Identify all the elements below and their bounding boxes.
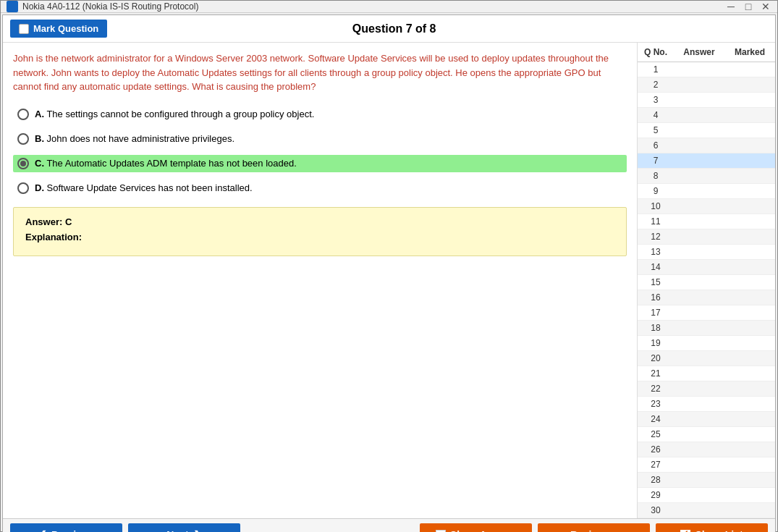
answer-text: Answer: C xyxy=(25,216,614,227)
next-label: Next xyxy=(166,529,188,532)
mark-question-button[interactable]: Mark Question xyxy=(10,20,107,38)
qlist-cell-marked xyxy=(724,290,775,305)
explanation-text: Explanation: xyxy=(25,232,614,242)
qlist-cell-qno: 12 xyxy=(638,229,674,244)
qlist-row[interactable]: 21 xyxy=(638,366,775,381)
qlist-cell-qno: 28 xyxy=(638,473,674,487)
qlist-row[interactable]: 26 xyxy=(638,442,775,457)
qlist-cell-answer xyxy=(674,397,724,411)
option-b[interactable]: B. John does not have administrative pri… xyxy=(13,130,627,148)
qlist-cell-answer xyxy=(674,184,724,198)
qlist-cell-qno: 21 xyxy=(638,366,674,381)
qlist-body: 1 2 3 4 5 6 7 8 xyxy=(638,62,775,518)
qlist-row[interactable]: 20 xyxy=(638,351,775,366)
qlist-cell-qno: 24 xyxy=(638,412,674,426)
qlist-row[interactable]: 9 xyxy=(638,184,775,199)
qlist-row[interactable]: 2 xyxy=(638,77,775,93)
qlist-row[interactable]: 27 xyxy=(638,457,775,473)
qlist-row[interactable]: 16 xyxy=(638,290,775,305)
qlist-cell-qno: 16 xyxy=(638,290,674,305)
qlist-row[interactable]: 12 xyxy=(638,229,775,245)
qlist-cell-answer xyxy=(674,305,724,320)
qlist-cell-answer xyxy=(674,488,724,502)
qlist-cell-marked xyxy=(724,427,775,442)
title-bar: Nokia 4A0-112 (Nokia IS-IS Routing Proto… xyxy=(1,1,777,13)
question-list-panel: Q No. Answer Marked 1 2 3 4 5 xyxy=(638,43,775,518)
minimize-button[interactable]: ─ xyxy=(725,1,737,12)
option-c[interactable]: C. The Automatic Updates ADM template ha… xyxy=(13,155,627,172)
qlist-cell-marked xyxy=(724,138,775,153)
previous-label: Previous xyxy=(51,529,94,532)
qlist-cell-marked xyxy=(724,412,775,426)
window-frame: Nokia 4A0-112 (Nokia IS-IS Routing Proto… xyxy=(0,0,778,532)
qlist-row[interactable]: 3 xyxy=(638,93,775,108)
qlist-row[interactable]: 19 xyxy=(638,336,775,351)
question-text: John is the network administrator for a … xyxy=(13,51,627,94)
qlist-row[interactable]: 23 xyxy=(638,397,775,412)
previous-button[interactable]: Previous xyxy=(10,523,122,532)
qlist-cell-answer xyxy=(674,351,724,366)
qlist-row[interactable]: 6 xyxy=(638,138,775,153)
qlist-cell-answer xyxy=(674,169,724,183)
qlist-cell-answer xyxy=(674,153,724,168)
bottom-bar: Previous Next Show Answer Review ▼ xyxy=(3,518,775,532)
qlist-row[interactable]: 24 xyxy=(638,412,775,427)
review-label: Review xyxy=(570,529,605,532)
qlist-cell-marked xyxy=(724,184,775,198)
qlist-cell-marked xyxy=(724,351,775,366)
qlist-cell-qno: 22 xyxy=(638,381,674,396)
qlist-cell-answer xyxy=(674,229,724,244)
qlist-cell-marked xyxy=(724,275,775,290)
qlist-col-answer: Answer xyxy=(674,46,724,59)
qlist-cell-qno: 14 xyxy=(638,260,674,274)
qlist-cell-qno: 9 xyxy=(638,184,674,198)
qlist-row[interactable]: 13 xyxy=(638,245,775,260)
qlist-row[interactable]: 29 xyxy=(638,488,775,503)
qlist-cell-qno: 4 xyxy=(638,108,674,122)
qlist-cell-marked xyxy=(724,169,775,183)
qlist-row[interactable]: 7 xyxy=(638,153,775,169)
review-button[interactable]: Review ▼ xyxy=(538,523,650,532)
next-button[interactable]: Next xyxy=(128,523,240,532)
qlist-cell-qno: 8 xyxy=(638,169,674,183)
window-title: Nokia 4A0-112 (Nokia IS-IS Routing Proto… xyxy=(22,1,198,12)
qlist-row[interactable]: 14 xyxy=(638,260,775,275)
qlist-cell-answer xyxy=(674,138,724,153)
option-c-label: C. The Automatic Updates ADM template ha… xyxy=(35,158,297,169)
maximize-button[interactable]: □ xyxy=(743,1,754,12)
qlist-row[interactable]: 18 xyxy=(638,321,775,336)
qlist-col-qno: Q No. xyxy=(638,46,674,59)
qlist-row[interactable]: 5 xyxy=(638,123,775,138)
qlist-cell-answer xyxy=(674,290,724,305)
qlist-row[interactable]: 1 xyxy=(638,62,775,77)
qlist-col-marked: Marked xyxy=(724,46,775,59)
show-list-button[interactable]: ✓ Show List xyxy=(656,523,768,532)
qlist-row[interactable]: 17 xyxy=(638,305,775,321)
mark-checkbox-icon xyxy=(19,24,29,34)
window-body: Mark Question Question 7 of 8 John is th… xyxy=(2,14,776,532)
qlist-row[interactable]: 11 xyxy=(638,214,775,229)
qlist-cell-marked xyxy=(724,214,775,229)
qlist-row[interactable]: 8 xyxy=(638,169,775,184)
option-a[interactable]: A. The settings cannot be configured thr… xyxy=(13,106,627,123)
option-c-radio xyxy=(17,158,29,169)
option-d[interactable]: D. Software Update Services has not been… xyxy=(13,180,627,197)
qlist-cell-answer xyxy=(674,412,724,426)
qlist-row[interactable]: 25 xyxy=(638,427,775,442)
qlist-cell-marked xyxy=(724,473,775,487)
qlist-row[interactable]: 10 xyxy=(638,199,775,214)
show-answer-button[interactable]: Show Answer xyxy=(420,523,532,532)
qlist-row[interactable]: 28 xyxy=(638,473,775,488)
qlist-cell-marked xyxy=(724,305,775,320)
title-bar-left: Nokia 4A0-112 (Nokia IS-IS Routing Proto… xyxy=(7,1,198,12)
qlist-row[interactable]: 30 xyxy=(638,503,775,518)
qlist-cell-qno: 7 xyxy=(638,153,674,168)
close-button[interactable]: ✕ xyxy=(760,1,771,12)
qlist-row[interactable]: 4 xyxy=(638,108,775,123)
qlist-cell-answer xyxy=(674,366,724,381)
main-area: John is the network administrator for a … xyxy=(3,43,775,518)
qlist-row[interactable]: 22 xyxy=(638,381,775,397)
qlist-cell-marked xyxy=(724,397,775,411)
qlist-cell-answer xyxy=(674,260,724,274)
qlist-row[interactable]: 15 xyxy=(638,275,775,290)
